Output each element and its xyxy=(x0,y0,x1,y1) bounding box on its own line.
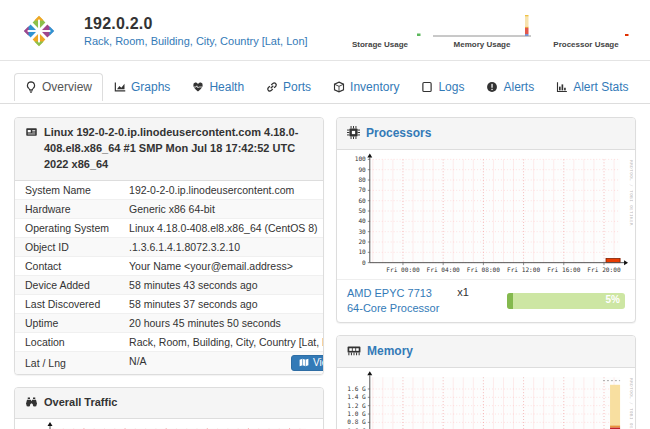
memory-heading: Memory xyxy=(337,336,635,368)
svg-text:1.0 G: 1.0 G xyxy=(347,410,366,417)
tab-graphs[interactable]: Graphs xyxy=(103,73,181,101)
svg-text:70: 70 xyxy=(358,187,366,194)
tab-alert-stats[interactable]: Alert Stats xyxy=(545,73,639,101)
system-info-table: System Name192-0-2-0.ip.linodeuserconten… xyxy=(15,181,324,374)
row-value: Rack, Room, Building, City, Country [Lat… xyxy=(119,332,324,351)
alert-circle-icon xyxy=(486,81,498,93)
row-value: .1.3.6.1.4.1.8072.3.2.10 xyxy=(119,237,324,256)
svg-text:Fri 16:00: Fri 16:00 xyxy=(547,266,581,273)
processors-graph[interactable]: 0102030405060708090100Fri 00:00Fri 04:00… xyxy=(337,150,635,279)
tab-ports[interactable]: Ports xyxy=(255,73,322,101)
svg-text:Fri 08:00: Fri 08:00 xyxy=(467,266,501,273)
svg-text:Fri 20:00: Fri 20:00 xyxy=(587,266,621,273)
storage-usage-minigraph[interactable]: Storage Usage xyxy=(336,14,424,49)
memory-icon xyxy=(347,344,361,356)
table-row: LocationRack, Room, Building, City, Coun… xyxy=(15,332,324,351)
svg-text:40: 40 xyxy=(358,218,366,225)
overall-traffic-title: Overall Traffic xyxy=(44,395,117,411)
cpu-usage-value: 5% xyxy=(606,294,620,305)
row-label: Device Added xyxy=(15,275,119,294)
svg-text:1.4 G: 1.4 G xyxy=(347,394,366,401)
memory-graph[interactable]: 0.00.2 G0.4 G0.6 G0.8 G1.0 G1.2 G1.4 G1.… xyxy=(337,368,635,429)
table-row: Device Added58 minutes 43 seconds ago xyxy=(15,275,324,294)
processor-usage-label: Processor Usage xyxy=(553,40,618,49)
cpu-name: AMD EPYC 7713 xyxy=(347,286,439,301)
cpu-usage-track: 5% xyxy=(507,293,625,309)
tab-alerts[interactable]: Alerts xyxy=(475,73,545,101)
tab-ports-label: Ports xyxy=(283,80,311,94)
svg-text:0.8 G: 0.8 G xyxy=(347,419,366,426)
row-value: 58 minutes 37 seconds ago xyxy=(119,294,324,313)
system-panel: Linux 192-0-2-0.ip.linodeusercontent.com… xyxy=(14,117,324,375)
row-value: 192-0-2-0.ip.linodeusercontent.com xyxy=(119,181,324,200)
svg-text:0: 0 xyxy=(362,259,366,266)
tab-inventory[interactable]: Inventory xyxy=(322,73,410,101)
memory-usage-label: Memory Usage xyxy=(454,40,511,49)
row-label: Uptime xyxy=(15,313,119,332)
overall-traffic-graph[interactable]: 050 k100 k150 kFri 00:00Fri 04:00Fri 08:… xyxy=(15,419,323,429)
table-row: Uptime20 hours 45 minutes 50 seconds xyxy=(15,313,324,332)
link-icon xyxy=(266,81,278,93)
processors-heading: Processors xyxy=(337,118,635,150)
row-label: Location xyxy=(15,332,119,351)
microchip-icon xyxy=(347,126,360,139)
cpu-link[interactable]: AMD EPYC 7713 64-Core Processor xyxy=(347,286,439,316)
storage-usage-sparkline xyxy=(336,14,424,40)
memory-usage-sparkline xyxy=(432,14,532,40)
tab-health-label: Health xyxy=(209,80,244,94)
processor-usage-sparkline xyxy=(540,14,632,40)
processors-title: Processors xyxy=(366,125,431,142)
table-row: Object ID.1.3.6.1.4.1.8072.3.2.10 xyxy=(15,237,324,256)
processors-panel: Processors 0102030405060708090100Fri 00:… xyxy=(336,117,636,323)
note-icon xyxy=(421,81,433,93)
processor-usage-minigraph[interactable]: Processor Usage xyxy=(540,14,632,49)
cpu-usage-bar: 5% xyxy=(507,293,625,309)
row-value: Linux 4.18.0-408.el8.x86_64 (CentOS 8) xyxy=(119,218,324,237)
tab-overview[interactable]: Overview xyxy=(14,73,103,101)
tab-logs-label: Logs xyxy=(438,80,464,94)
map-icon xyxy=(299,358,309,367)
system-panel-heading: Linux 192-0-2-0.ip.linodeusercontent.com… xyxy=(15,118,323,181)
row-label: Lat / Lng xyxy=(15,351,119,374)
svg-text:30: 30 xyxy=(358,228,366,235)
table-row: Lat / Lng N/A View xyxy=(15,351,324,374)
row-label: Object ID xyxy=(15,237,119,256)
centos-logo-icon xyxy=(20,12,58,50)
overall-traffic-heading: Overall Traffic xyxy=(15,388,323,419)
svg-text:50: 50 xyxy=(358,207,366,214)
tab-alert-stats-label: Alert Stats xyxy=(573,80,628,94)
server-card-icon xyxy=(25,126,38,138)
tab-graphs-label: Graphs xyxy=(131,80,170,94)
svg-text:RRDTOOL / TOBI OETIKER: RRDTOOL / TOBI OETIKER xyxy=(629,161,633,227)
row-value: 20 hours 45 minutes 50 seconds xyxy=(119,313,324,332)
svg-text:100: 100 xyxy=(355,156,366,163)
view-map-button[interactable]: View xyxy=(291,355,324,371)
device-location-link[interactable]: Rack, Room, Building, City, Country [Lat… xyxy=(84,35,336,47)
lightbulb-icon xyxy=(25,81,37,93)
row-label: System Name xyxy=(15,181,119,200)
memory-usage-minigraph[interactable]: Memory Usage xyxy=(432,14,532,49)
svg-text:1.2 G: 1.2 G xyxy=(347,402,366,409)
table-row: HardwareGeneric x86 64-bit xyxy=(15,199,324,218)
cpu-row: AMD EPYC 7713 64-Core Processor x1 5% xyxy=(337,279,635,322)
row-value: 58 minutes 43 seconds ago xyxy=(119,275,324,294)
binoculars-icon xyxy=(25,396,38,408)
tab-logs[interactable]: Logs xyxy=(410,73,475,101)
overall-traffic-panel: Overall Traffic 050 k100 k150 kFri 00:00… xyxy=(14,387,324,429)
row-label: Hardware xyxy=(15,199,119,218)
device-title: 192.0.2.0 xyxy=(84,15,336,33)
cpu-usage-fill xyxy=(507,293,513,309)
heartbeat-icon xyxy=(192,81,204,93)
cpu-subname: 64-Core Processor xyxy=(347,301,439,316)
tab-inventory-label: Inventory xyxy=(350,80,399,94)
table-row: ContactYour Name <your@email.address> xyxy=(15,256,324,275)
bar-chart-axis-icon xyxy=(556,81,568,93)
svg-text:80: 80 xyxy=(358,176,366,183)
table-row: Operating SystemLinux 4.18.0-408.el8.x86… xyxy=(15,218,324,237)
svg-text:10: 10 xyxy=(358,249,366,256)
table-row: System Name192-0-2-0.ip.linodeuserconten… xyxy=(15,181,324,200)
tab-health[interactable]: Health xyxy=(181,73,255,101)
svg-text:1.6 G: 1.6 G xyxy=(347,385,366,392)
row-label: Contact xyxy=(15,256,119,275)
tab-latency[interactable]: Latency xyxy=(640,73,650,101)
